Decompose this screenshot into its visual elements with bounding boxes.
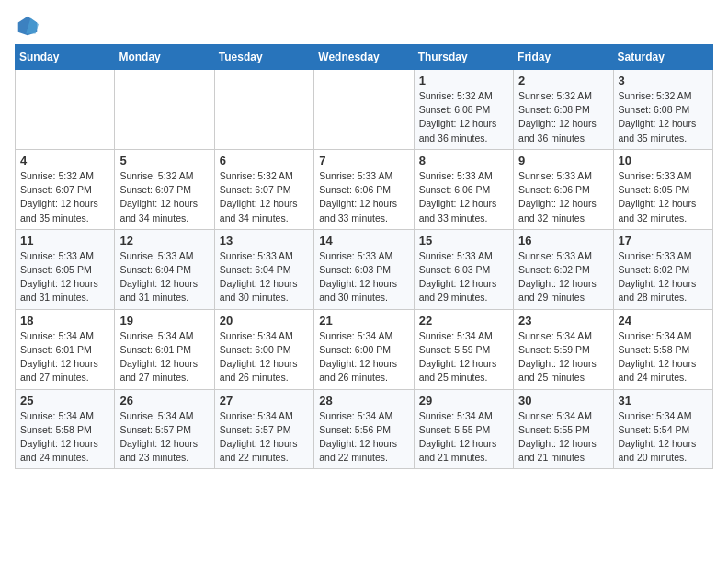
day-number: 19: [119, 314, 209, 327]
weekday-header-row: SundayMondayTuesdayWednesdayThursdayFrid…: [16, 45, 713, 70]
cell-info: Sunrise: 5:33 AMSunset: 6:05 PMDaylight:…: [20, 249, 109, 305]
weekday-header-wednesday: Wednesday: [314, 45, 414, 70]
calendar-cell: 30Sunrise: 5:34 AMSunset: 5:55 PMDayligh…: [514, 389, 613, 469]
weekday-header-monday: Monday: [115, 45, 214, 70]
cell-info: Sunrise: 5:34 AMSunset: 5:57 PMDaylight:…: [119, 409, 209, 465]
cell-info: Sunrise: 5:33 AMSunset: 6:06 PMDaylight:…: [319, 169, 408, 225]
weekday-header-saturday: Saturday: [613, 45, 712, 70]
calendar-cell: 31Sunrise: 5:34 AMSunset: 5:54 PMDayligh…: [613, 389, 712, 469]
calendar-cell: 11Sunrise: 5:33 AMSunset: 6:05 PMDayligh…: [16, 229, 115, 309]
day-number: 7: [319, 154, 408, 167]
cell-info: Sunrise: 5:32 AMSunset: 6:08 PMDaylight:…: [518, 89, 608, 145]
calendar-cell: [214, 70, 313, 150]
cell-info: Sunrise: 5:33 AMSunset: 6:06 PMDaylight:…: [419, 169, 508, 225]
calendar-cell: 29Sunrise: 5:34 AMSunset: 5:55 PMDayligh…: [414, 389, 513, 469]
calendar-cell: [16, 70, 115, 150]
day-number: 18: [20, 314, 109, 327]
calendar-cell: 18Sunrise: 5:34 AMSunset: 6:01 PMDayligh…: [16, 309, 115, 389]
calendar-cell: 7Sunrise: 5:33 AMSunset: 6:06 PMDaylight…: [314, 149, 414, 229]
week-row-2: 4Sunrise: 5:32 AMSunset: 6:07 PMDaylight…: [16, 149, 713, 229]
day-number: 24: [619, 314, 708, 327]
day-number: 29: [419, 394, 508, 408]
day-number: 14: [319, 234, 408, 247]
cell-info: Sunrise: 5:33 AMSunset: 6:02 PMDaylight:…: [518, 249, 608, 305]
cell-info: Sunrise: 5:34 AMSunset: 5:55 PMDaylight:…: [419, 409, 508, 465]
cell-info: Sunrise: 5:34 AMSunset: 6:00 PMDaylight:…: [220, 329, 309, 385]
calendar-cell: 8Sunrise: 5:33 AMSunset: 6:06 PMDaylight…: [414, 149, 513, 229]
day-number: 16: [518, 234, 608, 247]
calendar-cell: 28Sunrise: 5:34 AMSunset: 5:56 PMDayligh…: [314, 389, 414, 469]
calendar-cell: [314, 70, 414, 150]
calendar-cell: 15Sunrise: 5:33 AMSunset: 6:03 PMDayligh…: [414, 229, 513, 309]
calendar-cell: 27Sunrise: 5:34 AMSunset: 5:57 PMDayligh…: [214, 389, 313, 469]
day-number: 1: [419, 74, 508, 87]
cell-info: Sunrise: 5:32 AMSunset: 6:08 PMDaylight:…: [619, 89, 708, 145]
day-number: 26: [119, 394, 209, 408]
day-number: 8: [419, 154, 508, 167]
cell-info: Sunrise: 5:34 AMSunset: 5:59 PMDaylight:…: [419, 329, 508, 385]
cell-info: Sunrise: 5:32 AMSunset: 6:07 PMDaylight:…: [119, 169, 209, 225]
cell-info: Sunrise: 5:34 AMSunset: 5:58 PMDaylight:…: [20, 409, 109, 465]
day-number: 13: [220, 234, 309, 247]
day-number: 3: [619, 74, 708, 87]
cell-info: Sunrise: 5:34 AMSunset: 6:01 PMDaylight:…: [119, 329, 209, 385]
day-number: 10: [619, 154, 708, 167]
cell-info: Sunrise: 5:34 AMSunset: 5:56 PMDaylight:…: [319, 409, 408, 465]
week-row-3: 11Sunrise: 5:33 AMSunset: 6:05 PMDayligh…: [16, 229, 713, 309]
cell-info: Sunrise: 5:34 AMSunset: 6:01 PMDaylight:…: [20, 329, 109, 385]
calendar-cell: 10Sunrise: 5:33 AMSunset: 6:05 PMDayligh…: [613, 149, 712, 229]
day-number: 4: [20, 154, 109, 167]
calendar-cell: 25Sunrise: 5:34 AMSunset: 5:58 PMDayligh…: [16, 389, 115, 469]
cell-info: Sunrise: 5:32 AMSunset: 6:07 PMDaylight:…: [220, 169, 309, 225]
cell-info: Sunrise: 5:33 AMSunset: 6:04 PMDaylight:…: [119, 249, 209, 305]
cell-info: Sunrise: 5:34 AMSunset: 5:54 PMDaylight:…: [619, 409, 708, 465]
weekday-header-friday: Friday: [514, 45, 613, 70]
cell-info: Sunrise: 5:32 AMSunset: 6:07 PMDaylight:…: [20, 169, 109, 225]
calendar-cell: 14Sunrise: 5:33 AMSunset: 6:03 PMDayligh…: [314, 229, 414, 309]
day-number: 20: [220, 314, 309, 327]
calendar-cell: 22Sunrise: 5:34 AMSunset: 5:59 PMDayligh…: [414, 309, 513, 389]
weekday-header-sunday: Sunday: [16, 45, 115, 70]
day-number: 22: [419, 314, 508, 327]
calendar-cell: 24Sunrise: 5:34 AMSunset: 5:58 PMDayligh…: [613, 309, 712, 389]
cell-info: Sunrise: 5:33 AMSunset: 6:03 PMDaylight:…: [319, 249, 408, 305]
week-row-4: 18Sunrise: 5:34 AMSunset: 6:01 PMDayligh…: [16, 309, 713, 389]
cell-info: Sunrise: 5:33 AMSunset: 6:04 PMDaylight:…: [220, 249, 309, 305]
day-number: 23: [518, 314, 608, 327]
cell-info: Sunrise: 5:34 AMSunset: 5:57 PMDaylight:…: [220, 409, 309, 465]
calendar-cell: 4Sunrise: 5:32 AMSunset: 6:07 PMDaylight…: [16, 149, 115, 229]
logo: [15, 15, 44, 37]
day-number: 11: [20, 234, 109, 247]
calendar-cell: 26Sunrise: 5:34 AMSunset: 5:57 PMDayligh…: [115, 389, 214, 469]
day-number: 2: [518, 74, 608, 87]
calendar-cell: 5Sunrise: 5:32 AMSunset: 6:07 PMDaylight…: [115, 149, 214, 229]
day-number: 6: [220, 154, 309, 167]
calendar-cell: 19Sunrise: 5:34 AMSunset: 6:01 PMDayligh…: [115, 309, 214, 389]
cell-info: Sunrise: 5:34 AMSunset: 5:58 PMDaylight:…: [619, 329, 708, 385]
cell-info: Sunrise: 5:33 AMSunset: 6:05 PMDaylight:…: [619, 169, 708, 225]
cell-info: Sunrise: 5:34 AMSunset: 6:00 PMDaylight:…: [319, 329, 408, 385]
day-number: 21: [319, 314, 408, 327]
cell-info: Sunrise: 5:34 AMSunset: 5:55 PMDaylight:…: [518, 409, 608, 465]
day-number: 25: [20, 394, 109, 408]
weekday-header-thursday: Thursday: [414, 45, 513, 70]
calendar-cell: 12Sunrise: 5:33 AMSunset: 6:04 PMDayligh…: [115, 229, 214, 309]
calendar-cell: 1Sunrise: 5:32 AMSunset: 6:08 PMDaylight…: [414, 70, 513, 150]
week-row-5: 25Sunrise: 5:34 AMSunset: 5:58 PMDayligh…: [16, 389, 713, 469]
calendar-cell: 2Sunrise: 5:32 AMSunset: 6:08 PMDaylight…: [514, 70, 613, 150]
day-number: 28: [319, 394, 408, 408]
day-number: 12: [119, 234, 209, 247]
day-number: 15: [419, 234, 508, 247]
day-number: 9: [518, 154, 608, 167]
calendar-cell: 6Sunrise: 5:32 AMSunset: 6:07 PMDaylight…: [214, 149, 313, 229]
day-number: 31: [619, 394, 708, 408]
calendar-cell: 17Sunrise: 5:33 AMSunset: 6:02 PMDayligh…: [613, 229, 712, 309]
calendar-cell: 23Sunrise: 5:34 AMSunset: 5:59 PMDayligh…: [514, 309, 613, 389]
cell-info: Sunrise: 5:32 AMSunset: 6:08 PMDaylight:…: [419, 89, 508, 145]
calendar-table: SundayMondayTuesdayWednesdayThursdayFrid…: [15, 44, 713, 469]
cell-info: Sunrise: 5:34 AMSunset: 5:59 PMDaylight:…: [518, 329, 608, 385]
cell-info: Sunrise: 5:33 AMSunset: 6:03 PMDaylight:…: [419, 249, 508, 305]
logo-icon: [15, 15, 40, 37]
weekday-header-tuesday: Tuesday: [214, 45, 313, 70]
calendar-cell: 20Sunrise: 5:34 AMSunset: 6:00 PMDayligh…: [214, 309, 313, 389]
